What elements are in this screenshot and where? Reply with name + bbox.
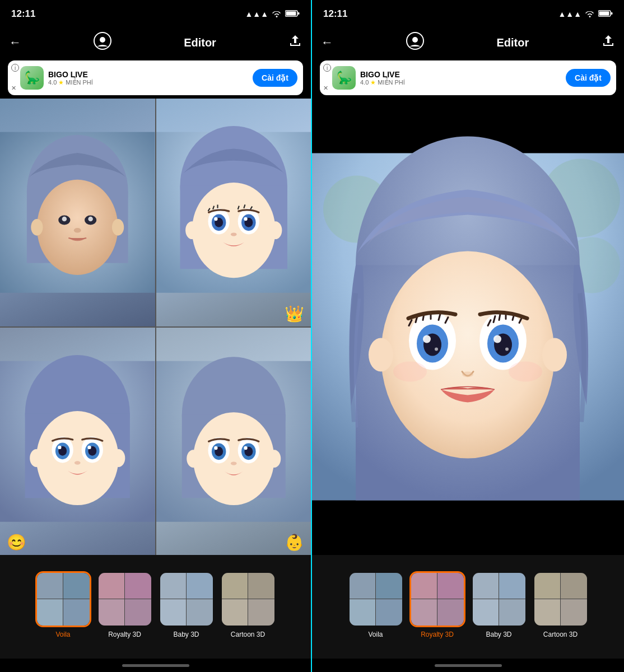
ad-free-right: MIỄN PHÍ [378,79,405,86]
filter-label-royalty3d-right: Royalty 3D [421,631,454,638]
svg-point-34 [36,411,119,505]
svg-point-43 [74,461,81,464]
svg-point-27 [244,217,247,221]
toolbar-title-right: Editor [496,36,529,49]
back-button-left[interactable]: ← [9,35,21,50]
svg-point-57 [244,446,247,449]
svg-point-76 [423,335,431,343]
ad-close-button-right[interactable]: ✕ [323,85,328,92]
share-button-right[interactable] [602,34,615,51]
toolbar-left: ← Editor [0,28,311,57]
svg-point-84 [393,362,427,382]
filter-scroll-right: Voila Royalty 3D [312,571,624,638]
svg-point-82 [505,348,509,351]
home-bar-right [435,664,502,667]
ad-app-name-right: BIGO LIVE [360,70,561,79]
svg-point-59 [187,450,199,468]
ad-logo-right: 🦕 [332,66,356,90]
left-panel: 12:11 ▲▲▲ ← [0,0,312,672]
signal-icon-right: ▲▲▲ [558,10,581,18]
ad-star-left: ★ [58,79,64,86]
image-area-right [312,99,624,555]
svg-point-45 [112,449,125,467]
status-icons-left: ▲▲▲ [245,10,300,19]
filter-bar-right: Voila Royalty 3D [312,555,624,659]
svg-point-56 [214,446,217,449]
filter-thumb-royalty3d-left[interactable] [97,571,153,627]
svg-point-83 [462,372,473,377]
home-bar-left [122,664,189,667]
filter-item-voila-left[interactable]: Voila [35,571,91,638]
ad-text-right: BIGO LIVE 4.0 ★ MIỄN PHÍ [360,70,561,86]
ad-info-icon-right: i [323,64,331,72]
filter-thumb-baby3d-left[interactable] [159,571,215,627]
svg-point-30 [268,221,281,239]
filter-item-royalty3d-left[interactable]: Royalty 3D [97,571,153,638]
svg-point-4 [100,37,105,43]
filter-label-baby3d-left: Baby 3D [173,631,199,638]
battery-icon-right [598,10,613,19]
filter-item-cartoon3d-left[interactable]: Cartoon 3D [220,571,276,638]
emoji-baby-left: 👶 [285,535,304,550]
svg-point-49 [193,412,274,505]
filter-item-cartoon3d-right[interactable]: Cartoon 3D [533,571,589,638]
signal-icon-left: ▲▲▲ [245,10,268,18]
ad-install-button-right[interactable]: Cài đặt [566,69,611,87]
ad-close-button-left[interactable]: ✕ [11,85,16,92]
battery-icon-left [285,10,300,19]
ad-app-name-left: BIGO LIVE [48,70,248,79]
emoji-royalty-left: 👑 [285,306,304,322]
wifi-icon-left [272,10,282,19]
ad-banner-right: i ✕ 🦕 BIGO LIVE 4.0 ★ MIỄN PHÍ Cài đặt [320,60,616,95]
svg-point-77 [435,348,438,351]
ad-install-button-left[interactable]: Cài đặt [253,69,297,87]
filter-thumb-voila-left[interactable] [35,571,91,627]
svg-point-14 [31,219,43,236]
ad-text-left: BIGO LIVE 4.0 ★ MIỄN PHÍ [48,70,248,86]
ad-subtitle-right: 4.0 ★ MIỄN PHÍ [360,79,561,86]
filter-thumb-baby3d-right[interactable] [471,571,527,627]
svg-rect-2 [298,12,300,15]
svg-point-41 [58,445,61,449]
grid-cell-original [0,99,155,326]
svg-point-15 [112,219,124,236]
home-indicator-right [312,659,624,672]
svg-point-58 [230,461,236,465]
ad-rating-right: 4.0 [360,79,369,86]
filter-thumb-royalty3d-right[interactable] [409,571,465,627]
ad-info-icon-left: i [11,64,19,72]
svg-point-19 [192,183,275,278]
svg-rect-1 [286,11,296,15]
ad-logo-left: 🦕 [20,66,44,90]
grid-cell-cartoon2: 😊 [0,328,155,556]
svg-point-11 [62,217,67,222]
svg-point-65 [412,37,418,43]
svg-point-42 [87,445,91,449]
filter-item-baby3d-right[interactable]: Baby 3D [471,571,527,638]
svg-rect-63 [611,12,613,15]
status-time-right: 12:11 [323,8,347,20]
filter-thumb-cartoon3d-left[interactable] [220,571,276,627]
svg-point-13 [74,228,81,233]
share-button-left[interactable] [288,34,302,51]
filter-item-royalty3d-right[interactable]: Royalty 3D [409,571,465,638]
filter-thumb-voila-right[interactable] [348,571,404,627]
svg-point-87 [542,338,567,372]
grid-cell-cartoon3: 👶 [156,328,311,556]
toolbar-right: ← Editor [312,28,624,57]
svg-point-86 [369,338,393,372]
filter-item-baby3d-left[interactable]: Baby 3D [159,571,215,638]
filter-thumb-cartoon3d-right[interactable] [533,571,589,627]
emoji-cartoon-left: 😊 [7,535,26,550]
app-icon-left [94,32,111,54]
ad-banner-left: i ✕ 🦕 BIGO LIVE 4.0 ★ MIỄN PHÍ Cài đặt [8,60,303,95]
filter-label-voila-left: Voila [55,631,70,638]
svg-point-85 [509,362,542,382]
image-area-left: 👑 [0,99,311,555]
filter-scroll-left: Voila Royalty 3D [0,571,311,638]
filter-label-cartoon3d-left: Cartoon 3D [231,631,265,638]
filter-item-voila-right[interactable]: Voila [348,571,404,638]
back-button-right[interactable]: ← [321,35,333,50]
wifi-icon-right [585,10,595,19]
svg-point-44 [30,449,43,467]
